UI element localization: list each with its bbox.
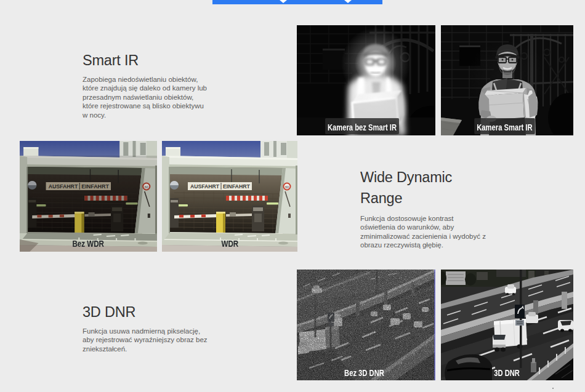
svg-text:EINFAHRT: EINFAHRT xyxy=(223,183,251,190)
svg-text:60: 60 xyxy=(285,185,289,189)
svg-text:AUSFAHRT: AUSFAHRT xyxy=(190,183,220,190)
